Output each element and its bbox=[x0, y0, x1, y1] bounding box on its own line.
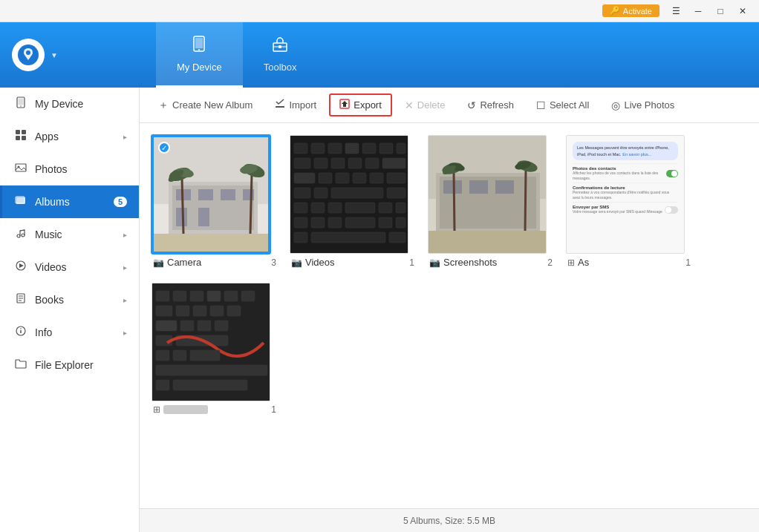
svg-rect-59 bbox=[294, 158, 310, 168]
album-info-screenshots: 📷 Screenshots 2 bbox=[428, 254, 554, 271]
svg-rect-104 bbox=[429, 231, 547, 254]
logo-arrow: ▼ bbox=[51, 51, 58, 59]
svg-rect-87 bbox=[294, 232, 307, 243]
svg-rect-117 bbox=[156, 321, 177, 331]
create-album-button[interactable]: ＋ Create New Album bbox=[149, 94, 262, 116]
svg-rect-109 bbox=[207, 291, 221, 301]
nav-tabs: My Device Toolbox bbox=[156, 22, 318, 88]
svg-rect-52 bbox=[294, 143, 307, 154]
videos-album-icon: 📷 bbox=[291, 257, 302, 268]
album-name-row-blurred: ⊞ bbox=[153, 404, 208, 415]
svg-rect-115 bbox=[210, 306, 224, 316]
learn-more: En savoir plus... bbox=[622, 152, 651, 157]
album-item-blurred[interactable]: ⊞ 1 bbox=[152, 283, 278, 418]
sidebar-item-my-device[interactable]: My Device bbox=[0, 88, 139, 120]
album-info-blurred: ⊞ 1 bbox=[152, 401, 278, 418]
album-count-blurred: 1 bbox=[271, 404, 276, 415]
minimize-button[interactable]: ─ bbox=[688, 3, 708, 19]
album-thumb-camera: ✓ bbox=[152, 135, 270, 254]
svg-rect-58 bbox=[397, 143, 405, 154]
messages-thumb-bg: Les Messages peuvent être envoyés entre … bbox=[567, 136, 684, 253]
album-item-screenshots[interactable]: 📷 Screenshots 2 bbox=[428, 135, 554, 271]
svg-rect-95 bbox=[469, 180, 488, 194]
svg-rect-94 bbox=[443, 180, 462, 194]
sidebar-item-books-label: Books bbox=[35, 294, 116, 306]
svg-rect-120 bbox=[215, 321, 228, 331]
svg-point-10 bbox=[20, 105, 21, 106]
svg-rect-88 bbox=[311, 232, 385, 243]
svg-rect-60 bbox=[314, 158, 328, 168]
svg-rect-42 bbox=[198, 208, 209, 226]
svg-rect-119 bbox=[198, 321, 211, 331]
sidebar-item-music-label: Music bbox=[35, 229, 116, 240]
nav-tab-my-device[interactable]: My Device bbox=[156, 22, 243, 88]
sidebar-item-videos-label: Videos bbox=[35, 261, 116, 273]
live-photos-label: Live Photos bbox=[624, 99, 674, 111]
device-icon bbox=[190, 36, 208, 57]
svg-rect-15 bbox=[16, 164, 26, 171]
svg-rect-18 bbox=[16, 197, 25, 203]
album-item-videos[interactable]: 📷 Videos 1 bbox=[290, 135, 416, 271]
refresh-button[interactable]: ↺ Refresh bbox=[457, 95, 524, 116]
svg-rect-11 bbox=[16, 130, 20, 134]
sidebar-item-info-label: Info bbox=[35, 326, 116, 338]
svg-rect-70 bbox=[387, 173, 405, 183]
sidebar-item-books[interactable]: Books ▸ bbox=[0, 283, 139, 316]
sidebar-item-info[interactable]: Info ▸ bbox=[0, 316, 139, 349]
window-controls: ☰ ─ □ ✕ bbox=[665, 3, 753, 19]
svg-marker-23 bbox=[19, 263, 24, 268]
camera-thumb-bg bbox=[154, 137, 268, 252]
logo bbox=[12, 39, 45, 71]
svg-rect-72 bbox=[314, 188, 328, 198]
svg-line-47 bbox=[250, 174, 252, 234]
select-all-button[interactable]: ☐ Select All bbox=[527, 95, 599, 116]
import-button[interactable]: Import bbox=[265, 94, 326, 116]
svg-rect-41 bbox=[176, 208, 187, 226]
svg-rect-71 bbox=[294, 188, 310, 198]
live-photos-button[interactable]: ◎ Live Photos bbox=[602, 95, 684, 116]
sidebar-item-photos[interactable]: Photos bbox=[0, 153, 139, 185]
album-item-as[interactable]: Les Messages peuvent être envoyés entre … bbox=[566, 135, 692, 271]
delete-button[interactable]: ✕ Delete bbox=[395, 95, 455, 116]
album-item-camera[interactable]: ✓ 📷 Camera 3 bbox=[152, 135, 278, 271]
photos-icon bbox=[14, 162, 27, 177]
sidebar-item-music[interactable]: Music ▸ bbox=[0, 218, 139, 251]
sidebar-item-apps[interactable]: Apps ▸ bbox=[0, 120, 139, 153]
maximize-button[interactable]: □ bbox=[710, 3, 731, 19]
screenshots-album-icon: 📷 bbox=[429, 257, 440, 268]
svg-rect-65 bbox=[294, 173, 315, 183]
svg-rect-64 bbox=[382, 158, 405, 168]
message-bubble: Les Messages peuvent être envoyés entre … bbox=[573, 142, 678, 160]
svg-rect-81 bbox=[294, 217, 307, 228]
activate-label: Activate bbox=[623, 7, 652, 16]
sidebar-item-videos[interactable]: Videos ▸ bbox=[0, 251, 139, 283]
delete-icon: ✕ bbox=[405, 99, 414, 111]
close-button[interactable]: ✕ bbox=[732, 3, 753, 19]
sidebar-item-file-explorer[interactable]: File Explorer bbox=[0, 349, 139, 381]
activate-button[interactable]: 🔑 Activate bbox=[602, 4, 659, 17]
album-count-as: 1 bbox=[685, 257, 691, 268]
album-name-screenshots: Screenshots bbox=[443, 257, 497, 268]
contacts-row: Photos des contacts Affichez les photos … bbox=[573, 166, 678, 180]
sidebar-item-albums[interactable]: Albums 5 bbox=[0, 185, 139, 218]
svg-point-19 bbox=[17, 234, 20, 237]
videos-arrow: ▸ bbox=[123, 263, 127, 272]
export-button[interactable]: Export bbox=[329, 93, 392, 116]
apps-arrow: ▸ bbox=[123, 133, 127, 141]
svg-rect-57 bbox=[380, 143, 393, 154]
svg-rect-123 bbox=[156, 350, 169, 361]
folder-icon bbox=[14, 358, 27, 372]
keyboard-thumb-bg bbox=[290, 136, 408, 253]
app: ▼ My Device bbox=[0, 22, 759, 532]
svg-rect-125 bbox=[190, 350, 220, 361]
album-selected-indicator: ✓ bbox=[158, 142, 170, 154]
svg-rect-113 bbox=[176, 306, 189, 316]
sidebar-item-albums-label: Albums bbox=[35, 196, 106, 208]
import-label: Import bbox=[289, 99, 316, 111]
svg-rect-55 bbox=[345, 143, 359, 154]
nav-tab-toolbox[interactable]: Toolbox bbox=[243, 22, 318, 88]
svg-line-97 bbox=[454, 171, 455, 232]
hamburger-button[interactable]: ☰ bbox=[665, 3, 686, 19]
svg-rect-61 bbox=[331, 158, 345, 168]
svg-rect-7 bbox=[278, 45, 281, 48]
